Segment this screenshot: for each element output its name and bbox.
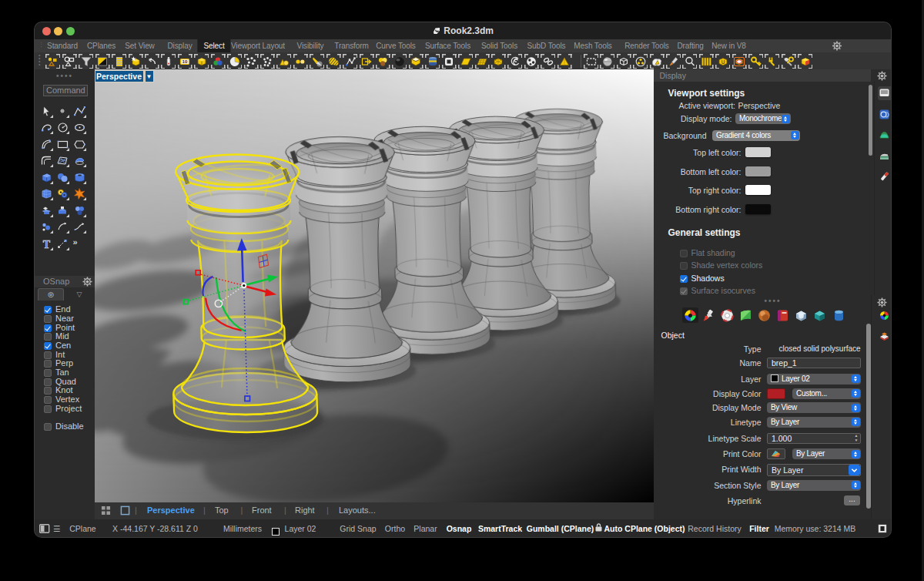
svg-text:10: 10 [182,59,188,64]
svg-text:U: U [721,59,725,64]
